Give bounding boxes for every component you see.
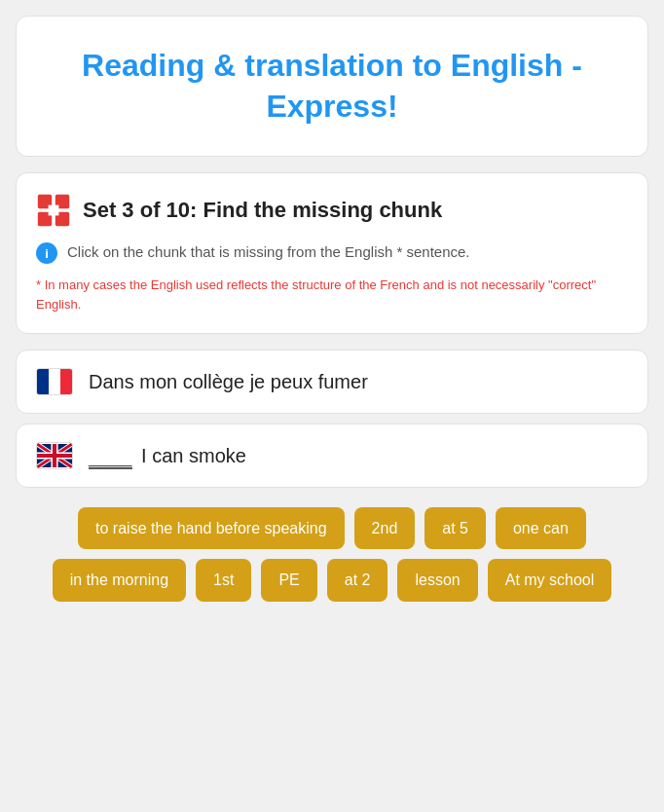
- chunk-button-3[interactable]: one can: [496, 507, 586, 549]
- instruction-text: Click on the chunk that is missing from …: [67, 241, 470, 262]
- english-sentence-card: ____ I can smoke: [16, 424, 648, 488]
- chunks-area: to raise the hand before speaking 2nd at…: [16, 498, 648, 610]
- chunk-button-4[interactable]: in the morning: [53, 559, 186, 601]
- french-sentence-text: Dans mon collège je peux fumer: [89, 371, 368, 393]
- chunk-button-9[interactable]: At my school: [488, 559, 612, 601]
- puzzle-icon: [36, 193, 71, 228]
- chunk-button-7[interactable]: at 2: [327, 559, 388, 601]
- set-info-card: Set 3 of 10: Find the missing chunk i Cl…: [16, 172, 648, 334]
- chunk-button-6[interactable]: PE: [261, 559, 316, 601]
- english-rest: I can smoke: [136, 445, 246, 466]
- chunk-button-0[interactable]: to raise the hand before speaking: [78, 507, 345, 549]
- french-sentence-card: Dans mon collège je peux fumer: [16, 350, 648, 414]
- chunk-button-2[interactable]: at 5: [424, 507, 486, 549]
- chunk-button-8[interactable]: lesson: [397, 559, 477, 601]
- info-row: i Click on the chunk that is missing fro…: [36, 241, 628, 264]
- page-title: Reading & translation to English - Expre…: [36, 46, 628, 127]
- chunk-button-1[interactable]: 2nd: [354, 507, 416, 549]
- french-flag-icon: [36, 368, 73, 395]
- svg-rect-4: [49, 205, 59, 216]
- set-title: Set 3 of 10: Find the missing chunk: [83, 198, 442, 223]
- info-icon: i: [36, 242, 57, 264]
- disclaimer-text: * In many cases the English used reflect…: [36, 276, 628, 314]
- english-sentence-text: ____ I can smoke: [89, 445, 246, 467]
- uk-flag-icon: [36, 442, 73, 469]
- chunk-button-5[interactable]: 1st: [196, 559, 251, 601]
- blank-placeholder: ____: [89, 445, 132, 469]
- set-header: Set 3 of 10: Find the missing chunk: [36, 193, 628, 228]
- title-card: Reading & translation to English - Expre…: [16, 16, 648, 157]
